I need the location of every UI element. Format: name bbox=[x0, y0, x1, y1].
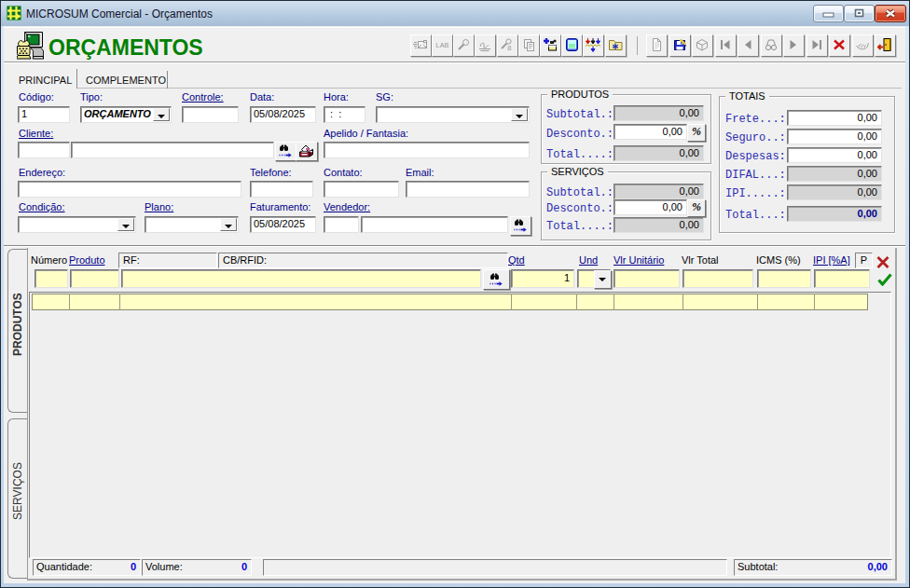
svg-text:LAB: LAB bbox=[435, 41, 449, 49]
svg-text:8: 8 bbox=[507, 44, 512, 52]
